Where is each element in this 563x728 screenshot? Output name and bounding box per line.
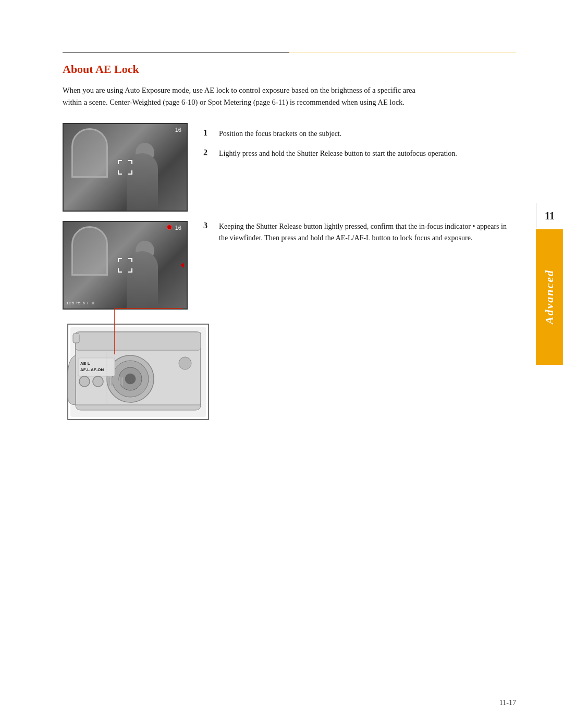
step-2: 2 Lightly press and hold the Shutter Rel… xyxy=(203,148,516,159)
viewfinder-image-2: 16 125 f5.6 F 0 xyxy=(63,221,188,310)
vf-status: 125 f5.6 F 0 xyxy=(66,299,184,306)
top-decorative-lines xyxy=(63,52,516,53)
step-1-number: 1 xyxy=(203,128,214,138)
side-tab-label: Advanced xyxy=(543,269,556,324)
steps-col-3: 3 Keeping the Shutter Release button lig… xyxy=(203,221,516,252)
fb-bl xyxy=(118,170,122,175)
focus-brackets xyxy=(118,160,132,175)
fb-tl xyxy=(118,160,122,164)
svg-rect-16 xyxy=(111,377,113,386)
content-row-2-wrapper: 16 125 f5.6 F 0 3 Keeping the Shutter Re… xyxy=(63,221,516,428)
section-title: About AE Lock xyxy=(63,63,516,76)
vf-status-text: 125 f5.6 F 0 xyxy=(66,301,95,305)
viewfinder-col-2: 16 125 f5.6 F 0 xyxy=(63,221,188,310)
svg-point-14 xyxy=(93,376,103,387)
step-3: 3 Keeping the Shutter Release button lig… xyxy=(203,221,516,243)
viewfinder-image-1: 16 xyxy=(63,123,188,212)
fb-tl-2 xyxy=(118,258,122,262)
intro-paragraph: When you are using Auto Exposure mode, u… xyxy=(63,84,427,108)
chapter-number: 11 xyxy=(536,203,563,228)
main-content: About AE Lock When you are using Auto Ex… xyxy=(63,52,516,697)
fb-br xyxy=(128,170,132,175)
svg-point-22 xyxy=(179,357,191,369)
svg-point-13 xyxy=(79,376,90,387)
steps-col-1: 1 Position the focus brackets on the sub… xyxy=(203,123,516,167)
step-3-text: Keeping the Shutter Release button light… xyxy=(219,221,516,243)
viewfinder-col-1: 16 xyxy=(63,123,188,212)
fb-br-2 xyxy=(128,268,132,273)
vf-arrow xyxy=(180,263,184,268)
fb-tr-2 xyxy=(128,258,132,262)
step-1: 1 Position the focus brackets on the sub… xyxy=(203,128,516,140)
vf-scene-2: 16 125 f5.6 F 0 xyxy=(64,222,187,309)
svg-rect-20 xyxy=(121,377,123,386)
vf-indicator xyxy=(167,225,172,230)
svg-rect-18 xyxy=(116,377,118,386)
step-1-text: Position the focus brackets on the subje… xyxy=(219,128,516,140)
side-tab: Advanced xyxy=(536,229,563,365)
vf-arch-2 xyxy=(71,226,108,276)
svg-rect-15 xyxy=(108,377,110,386)
page-number: 11-17 xyxy=(499,699,516,707)
svg-rect-19 xyxy=(119,377,120,386)
svg-text:AE-L: AE-L xyxy=(80,361,90,366)
focus-brackets-2 xyxy=(118,258,132,273)
step-2-text: Lightly press and hold the Shutter Relea… xyxy=(219,148,516,159)
step-2-number: 2 xyxy=(203,148,214,157)
top-line-right xyxy=(289,53,516,53)
svg-text:AF-L  AF-ON: AF-L AF-ON xyxy=(80,367,104,372)
step-3-number: 3 xyxy=(203,221,214,230)
vf-arch xyxy=(71,128,108,178)
vf-scene-1: 16 xyxy=(64,124,187,211)
page-container: 11 Advanced About AE Lock When you are u… xyxy=(0,0,563,728)
fb-bl-2 xyxy=(118,268,122,273)
svg-rect-17 xyxy=(114,377,115,386)
vf-counter-1: 16 xyxy=(175,127,181,133)
content-row-1: 16 1 Position the focus brackets on the … xyxy=(63,123,516,212)
svg-point-9 xyxy=(125,374,136,384)
svg-rect-21 xyxy=(73,334,79,343)
fb-tr xyxy=(128,160,132,164)
second-section: 16 125 f5.6 F 0 3 Keeping the Shutter Re… xyxy=(63,221,516,310)
top-line-left xyxy=(63,52,289,53)
red-connector-svg xyxy=(115,309,198,355)
vf-counter-2: 16 xyxy=(175,225,181,231)
